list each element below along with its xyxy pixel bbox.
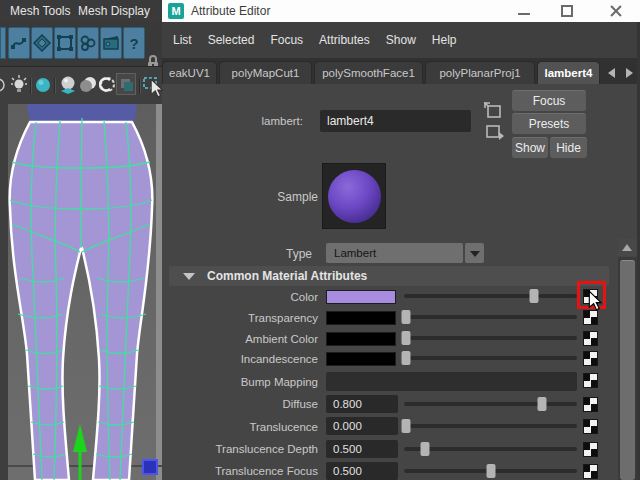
lighting-bulb-icon[interactable]: [10, 75, 28, 95]
maya-logo-icon: M: [168, 3, 184, 19]
shelf-partial-icon[interactable]: [0, 27, 6, 59]
menu-selected[interactable]: Selected: [208, 33, 255, 47]
tab-scroll-left-icon[interactable]: [608, 68, 615, 78]
shaded-sphere-icon[interactable]: [35, 77, 51, 93]
type-label: Type: [230, 247, 312, 261]
type-dropdown-arrow[interactable]: [465, 243, 484, 263]
clapperboard-icon[interactable]: [100, 27, 122, 59]
cursor-icon: [588, 290, 603, 311]
diamond-component-icon[interactable]: [31, 27, 53, 59]
tab-polymapcut1[interactable]: polyMapCut1: [219, 61, 312, 84]
translucence-depth-slider[interactable]: [404, 442, 577, 456]
tab-polytweakuv1[interactable]: eakUV1: [162, 61, 217, 84]
section-title: Common Material Attributes: [207, 269, 367, 283]
menu-focus[interactable]: Focus: [270, 33, 303, 47]
translucence-depth-value-field[interactable]: 0.500: [326, 440, 398, 458]
node-name-input[interactable]: lambert4: [320, 110, 471, 132]
toolbar-partial-icon[interactable]: [0, 77, 6, 93]
hide-button[interactable]: Hide: [550, 137, 587, 158]
lattice-icon[interactable]: [54, 27, 76, 59]
maximize-icon[interactable]: [561, 5, 573, 17]
ambient-color-swatch[interactable]: [326, 332, 396, 346]
attribute-editor-titlebar[interactable]: M Attribute Editor: [162, 0, 640, 22]
tab-lambert4[interactable]: lambert4: [537, 61, 600, 84]
menu-mesh-display[interactable]: Mesh Display: [78, 4, 150, 18]
translucence-depth-map-button[interactable]: [583, 442, 598, 457]
attr-label-translucence-focus: Translucence Focus: [169, 465, 318, 477]
window-title: Attribute Editor: [191, 4, 270, 18]
presets-button[interactable]: Presets: [512, 113, 586, 134]
lattice-glyph: [56, 34, 74, 52]
material-sample-swatch[interactable]: [322, 163, 386, 229]
incandescence-map-button[interactable]: [583, 351, 598, 366]
material-sphere-icon[interactable]: [80, 76, 97, 93]
attr-label-bump-mapping: Bump Mapping: [169, 376, 318, 388]
move-manipulator-plane-handle[interactable]: [143, 460, 157, 474]
attr-label-diffuse: Diffuse: [169, 398, 318, 410]
tab-scroll-right-icon[interactable]: [626, 68, 633, 78]
diffuse-value-field[interactable]: 0.800: [326, 395, 398, 413]
color-slider[interactable]: [404, 289, 577, 303]
transparency-swatch[interactable]: [326, 311, 396, 325]
ambient-color-slider[interactable]: [404, 331, 577, 345]
curve-pencil-glyph: [10, 34, 28, 52]
tab-polysmoothface1[interactable]: polySmoothFace1: [314, 61, 423, 84]
scrollbar-up-button[interactable]: [618, 239, 637, 256]
use-default-material-icon[interactable]: [99, 76, 116, 93]
attr-label-incandescence: Incandescence: [169, 353, 318, 365]
translucence-value-field[interactable]: 0.000: [326, 417, 398, 435]
menu-list[interactable]: List: [173, 33, 192, 47]
character-mesh[interactable]: [0, 104, 162, 480]
menu-mesh-tools[interactable]: Mesh Tools: [10, 4, 70, 18]
cluster-glyph: [79, 34, 97, 52]
translucence-focus-slider[interactable]: [404, 464, 577, 478]
show-button[interactable]: Show: [512, 137, 548, 158]
attr-label-color: Color: [169, 291, 318, 303]
type-dropdown[interactable]: Lambert: [326, 243, 463, 263]
move-manipulator-y-axis[interactable]: [73, 424, 87, 480]
menu-attributes[interactable]: Attributes: [319, 33, 370, 47]
legs-mesh: [10, 118, 153, 480]
xray-shaded-icon[interactable]: [116, 73, 136, 95]
color-swatch[interactable]: [326, 290, 396, 304]
textured-sphere-icon[interactable]: [59, 75, 78, 95]
chevron-up-icon: [622, 244, 632, 251]
sample-sphere: [328, 170, 381, 223]
incandescence-slider[interactable]: [404, 351, 577, 365]
ambient-color-map-button[interactable]: [583, 331, 598, 346]
diffuse-slider[interactable]: [404, 397, 577, 411]
transparency-slider[interactable]: [404, 310, 577, 324]
sample-label: Sample: [250, 190, 318, 204]
bump-mapping-map-button[interactable]: [583, 373, 598, 388]
translucence-slider[interactable]: [404, 419, 577, 433]
viewport-cursor-icon: [150, 78, 164, 98]
scrollbar-thumb[interactable]: [620, 260, 635, 480]
clapperboard-glyph: [102, 34, 120, 52]
attr-label-translucence: Translucence: [169, 421, 318, 433]
section-common-material-attributes[interactable]: Common Material Attributes: [169, 266, 609, 286]
section-expand-icon[interactable]: [183, 273, 195, 280]
breakout-tab-icon[interactable]: [484, 123, 504, 142]
attribute-editor-menubar: List Selected Focus Attributes Show Help: [162, 22, 640, 58]
minimize-icon[interactable]: [518, 13, 530, 15]
menu-help[interactable]: Help: [432, 33, 457, 47]
focus-button[interactable]: Focus: [512, 90, 586, 111]
diffuse-map-button[interactable]: [583, 397, 598, 412]
transparency-map-button[interactable]: [583, 310, 598, 325]
toolbar-separator: [139, 78, 141, 94]
chevron-down-icon: [470, 251, 480, 257]
bump-mapping-field[interactable]: [326, 372, 577, 391]
main-menubar: Mesh Tools Mesh Display: [0, 0, 162, 22]
copy-tab-icon[interactable]: [484, 102, 504, 121]
translucence-focus-value-field[interactable]: 0.500: [326, 462, 398, 480]
tab-polyplanarproj1[interactable]: polyPlanarProj1: [425, 61, 535, 84]
translucence-map-button[interactable]: [583, 419, 598, 434]
shelf-bar: ?: [0, 22, 162, 66]
cluster-icon[interactable]: [77, 27, 99, 59]
help-icon[interactable]: ?: [123, 27, 145, 59]
incandescence-swatch[interactable]: [326, 352, 396, 366]
curve-pencil-icon[interactable]: [8, 27, 30, 59]
translucence-focus-map-button[interactable]: [583, 464, 598, 479]
close-icon[interactable]: [609, 4, 623, 18]
menu-show[interactable]: Show: [386, 33, 416, 47]
